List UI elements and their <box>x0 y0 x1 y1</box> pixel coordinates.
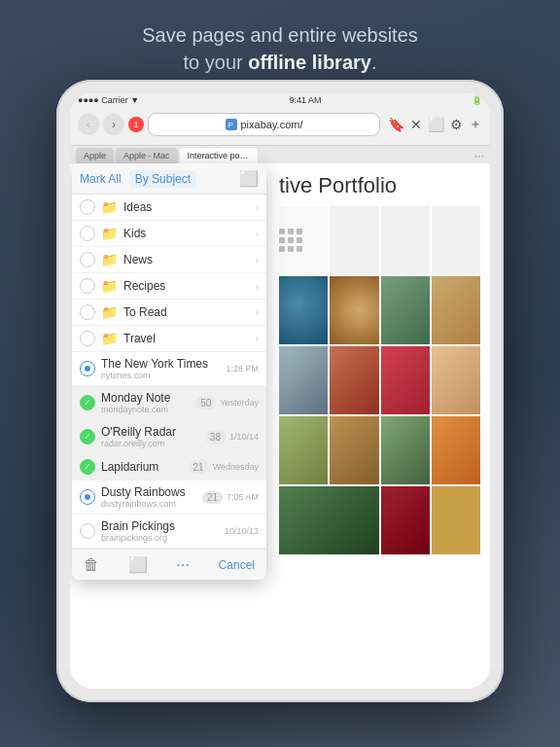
chevron-recipes: › <box>256 281 259 292</box>
settings-icon[interactable]: ⚙ <box>450 117 463 132</box>
dustyrainbows-count: 21 <box>202 491 223 504</box>
checkbox-recipes[interactable] <box>80 278 95 294</box>
photo-empty2 <box>381 206 430 274</box>
dustyrainbows-time: 7:05 AM <box>227 492 259 502</box>
folder-label-ideas: Ideas <box>123 200 256 214</box>
checkbox-kids[interactable] <box>80 226 95 241</box>
checkbox-brainpickings[interactable] <box>80 523 95 539</box>
more-tabs-icon[interactable]: ··· <box>474 149 484 162</box>
ipad-frame: ●●●● Carrier ▼ 9:41 AM 🔋 ‹ › 1 P pixabay… <box>56 80 504 702</box>
checkbox-ideas[interactable] <box>80 199 95 215</box>
photo-cherry <box>381 486 430 554</box>
folder-item-travel[interactable]: 📁 Travel › <box>72 326 266 352</box>
tab-apple[interactable]: Apple <box>76 148 114 163</box>
checkbox-mondaynote[interactable]: ✓ <box>80 395 95 410</box>
oreilly-label: O'Reilly Radar <box>101 425 176 439</box>
grid-dots <box>279 229 302 252</box>
checkbox-news[interactable] <box>80 252 95 267</box>
folder-icon-travel: 📁 <box>101 331 118 346</box>
photo-eiffel <box>381 276 430 344</box>
chevron-ideas: › <box>256 202 259 213</box>
battery: 🔋 <box>472 95 482 105</box>
reading-item-nyt[interactable]: The New York Times nytimes.com 1:28 PM <box>72 352 266 386</box>
favicon: P <box>226 119 237 130</box>
lapidarium-count: 21 <box>189 461 209 474</box>
tab-apple-mac[interactable]: Apple · Mac <box>116 148 178 163</box>
folder-item-news[interactable]: 📁 News › <box>72 247 266 273</box>
new-folder-button[interactable]: ⬜ <box>239 169 259 188</box>
ipad-screen: ●●●● Carrier ▼ 9:41 AM 🔋 ‹ › 1 P pixabay… <box>70 93 490 689</box>
add-tab-icon[interactable]: ＋ <box>469 116 482 133</box>
photo-koala <box>279 346 328 414</box>
folder-item-toread[interactable]: 📁 To Read › <box>72 300 266 326</box>
browser-chrome: ‹ › 1 P pixabay.com/ 🔖 ✕ ⬜ ⚙ ＋ <box>70 107 490 146</box>
cancel-button[interactable]: Cancel <box>219 558 255 572</box>
close-icon[interactable]: ✕ <box>410 117 422 132</box>
folder-label-travel: Travel <box>123 332 256 345</box>
grid-icon-cell <box>279 206 328 274</box>
url-text: pixabay.com/ <box>241 119 303 130</box>
delete-icon[interactable]: 🗑 <box>84 556 99 574</box>
dropdown-menu: Mark All By Subject ⬜ 📁 Ideas › 📁 Ki <box>72 163 266 580</box>
photo-dog <box>432 276 480 344</box>
reading-item-lapidarium[interactable]: ✓ Lapidarium 21 Wednesday <box>72 454 266 480</box>
reading-item-brainpickings[interactable]: Brain Pickings brainpickings.org 10/10/1… <box>72 515 266 549</box>
dropdown-footer: 🗑 ⬜ ··· Cancel <box>72 549 266 580</box>
notification-badge: 1 <box>128 117 144 132</box>
time: 9:41 AM <box>290 95 322 105</box>
bookmark-icon[interactable]: 🔖 <box>388 117 404 132</box>
folder-icon-kids: 📁 <box>101 226 118 241</box>
by-subject-button[interactable]: By Subject <box>129 170 196 188</box>
checkbox-dustyrainbows[interactable] <box>80 489 95 505</box>
nyt-time: 1:28 PM <box>226 364 259 374</box>
mondaynote-label: Monday Note <box>101 391 170 405</box>
photo-icecream <box>432 346 480 414</box>
checkbox-toread[interactable] <box>80 304 95 320</box>
reading-item-dustyrainbows[interactable]: Dusty Rainbows dustyrainbows.com 21 7:05… <box>72 480 266 515</box>
photo-grid <box>279 206 480 554</box>
back-button[interactable]: ‹ <box>78 114 99 135</box>
by-subject-label: By Subject <box>135 172 191 186</box>
headline: Save pages and entire websites to your o… <box>0 0 560 91</box>
copy-icon[interactable]: ⬜ <box>128 555 148 574</box>
tab-interactive[interactable]: Interactive por... ✕ <box>180 148 258 163</box>
folder-item-ideas[interactable]: 📁 Ideas › <box>72 195 266 221</box>
folder-label-kids: Kids <box>123 227 256 240</box>
mondaynote-sub: mondaynote.com <box>101 405 195 414</box>
carrier: ●●●● Carrier ▼ <box>78 95 139 105</box>
folder-icon-ideas: 📁 <box>101 199 118 215</box>
checkbox-travel[interactable] <box>80 331 95 346</box>
photo-empty3 <box>432 206 480 274</box>
forward-button[interactable]: › <box>103 114 124 135</box>
photo-forest <box>279 486 379 554</box>
nyt-sub: nytimes.com <box>101 371 226 380</box>
photo-sunset <box>432 416 480 484</box>
brainpickings-time: 10/10/13 <box>225 526 259 536</box>
reading-item-oreilly[interactable]: ✓ O'Reilly Radar radar.oreilly.com 38 1/… <box>72 420 266 454</box>
reading-item-mondaynote[interactable]: ✓ Monday Note mondaynote.com 50 Yesterda… <box>72 386 266 420</box>
photo-strawberry <box>381 346 430 414</box>
brainpickings-label: Brain Pickings <box>101 519 175 533</box>
photo-bread <box>330 276 378 344</box>
oreilly-sub: radar.oreilly.com <box>101 439 205 448</box>
share-icon[interactable]: ⬜ <box>428 117 444 132</box>
mondaynote-count: 50 <box>195 397 216 409</box>
dustyrainbows-sub: dustyrainbows.com <box>101 499 202 509</box>
checkbox-oreilly[interactable]: ✓ <box>80 429 95 445</box>
tab-close-icon[interactable]: ✕ <box>255 152 257 160</box>
photo-child <box>330 346 378 414</box>
lapidarium-time: Wednesday <box>213 462 259 472</box>
chevron-travel: › <box>256 334 259 344</box>
brainpickings-sub: brainpickings.org <box>101 533 225 543</box>
oreilly-time: 1/10/14 <box>229 432 259 442</box>
folder-item-kids[interactable]: 📁 Kids › <box>72 221 266 247</box>
address-bar[interactable]: P pixabay.com/ <box>148 113 380 136</box>
browser-content: Mark All By Subject ⬜ 📁 Ideas › 📁 Ki <box>70 163 490 671</box>
checkbox-nyt[interactable] <box>80 361 95 376</box>
folder-item-recipes[interactable]: 📁 Recipes › <box>72 273 266 300</box>
mark-all-button[interactable]: Mark All <box>80 172 122 186</box>
folder-icon-toread: 📁 <box>101 304 118 320</box>
checkbox-lapidarium[interactable]: ✓ <box>80 459 95 475</box>
folder-label-news: News <box>123 253 256 267</box>
more-options-icon[interactable]: ··· <box>177 556 190 574</box>
